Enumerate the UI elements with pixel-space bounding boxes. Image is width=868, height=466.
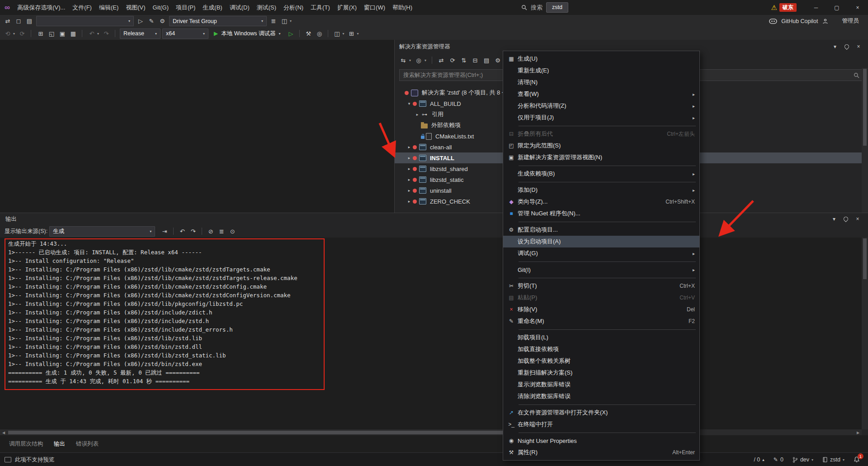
- window-position-icon[interactable]: ▾: [830, 42, 840, 52]
- expander-icon[interactable]: ▸: [406, 199, 413, 204]
- menubar-item[interactable]: 窗口(W): [360, 0, 389, 15]
- expander-icon[interactable]: ▸: [406, 188, 413, 193]
- pending-changes-filter-icon[interactable]: ◎: [414, 55, 424, 65]
- close-icon[interactable]: ×: [853, 214, 863, 224]
- context-menu-item[interactable]: 重新扫描解决方案(S): [503, 367, 699, 379]
- menubar-item[interactable]: 文件(F): [69, 0, 95, 15]
- panel-tab-call-hierarchy[interactable]: 调用层次结构: [5, 435, 47, 452]
- goto-location-icon[interactable]: ⇥: [160, 226, 170, 236]
- expander-icon[interactable]: ▸: [406, 166, 413, 171]
- quick-search[interactable]: 搜索 zstd: [521, 2, 568, 13]
- menubar-item[interactable]: 分析(N): [280, 0, 307, 15]
- navigate-back-icon[interactable]: ⟲: [3, 29, 13, 38]
- open-file-icon[interactable]: ◱: [47, 29, 57, 38]
- menubar-item[interactable]: 生成(B): [199, 0, 226, 15]
- history-icon[interactable]: ⊙: [227, 226, 237, 236]
- edit-run-settings-icon[interactable]: ✎: [146, 16, 156, 26]
- close-icon[interactable]: ×: [854, 42, 863, 52]
- context-menu-item[interactable]: 添加(D)▸: [503, 184, 699, 196]
- context-menu-item[interactable]: ▦生成(U): [503, 53, 699, 65]
- panel-tab-output[interactable]: 输出: [49, 435, 70, 452]
- account-icon[interactable]: [822, 19, 828, 24]
- menubar-item[interactable]: 编辑(E): [95, 0, 122, 15]
- context-menu-item[interactable]: 生成依赖项(B)▸: [503, 168, 699, 180]
- menubar-item[interactable]: 帮助(H): [389, 0, 416, 15]
- context-menu-item[interactable]: 加载整个依赖关系树: [503, 355, 699, 367]
- context-menu-item[interactable]: 重新生成(E): [503, 65, 699, 76]
- context-menu-item[interactable]: >_在终端中打开: [503, 418, 699, 430]
- show-all-files-icon[interactable]: ▤: [481, 55, 491, 65]
- output-source-combobox[interactable]: 生成 ▾: [49, 226, 155, 237]
- context-menu-item[interactable]: ⚙配置启动项目...: [503, 224, 699, 236]
- branch-picker[interactable]: dev ▾: [793, 456, 813, 463]
- output-vertical-scrollbar[interactable]: [862, 238, 868, 429]
- advanced-save-options-item[interactable]: 高级保存选项(V)...: [14, 0, 69, 15]
- context-menu-item[interactable]: 清理(N): [503, 76, 699, 88]
- context-menu-item[interactable]: ▣新建解决方案资源管理器视图(N): [503, 152, 699, 163]
- dropdown-chevron-icon[interactable]: ▾: [97, 32, 99, 36]
- notification-badge[interactable]: 破东: [779, 3, 797, 12]
- quick-find-icon[interactable]: ◎: [314, 29, 324, 38]
- window-position-icon[interactable]: ▾: [829, 214, 839, 224]
- minimize-button[interactable]: ─: [806, 0, 826, 15]
- dropdown-chevron-icon[interactable]: ▾: [409, 58, 411, 62]
- pin-icon[interactable]: [841, 214, 851, 224]
- menubar-item[interactable]: 项目(P): [172, 0, 199, 15]
- platform-combobox[interactable]: x64 ▾: [162, 29, 208, 39]
- pending-edits-indicator[interactable]: ✎ 0: [774, 456, 783, 463]
- toolbar-combobox[interactable]: ▾: [36, 16, 134, 26]
- warning-icon[interactable]: ⚠: [771, 4, 777, 12]
- close-button[interactable]: ×: [847, 0, 868, 15]
- context-menu-item[interactable]: 分析和代码清理(Z)▸: [503, 100, 699, 112]
- context-menu-item[interactable]: ◉Nsight User Properties: [503, 435, 699, 447]
- menubar-item[interactable]: 扩展(X): [334, 0, 360, 15]
- context-menu-item[interactable]: ■管理 NuGet 程序包(N)...: [503, 208, 699, 219]
- test-settings-icon[interactable]: ⚙: [157, 16, 167, 26]
- context-menu-item[interactable]: 清除浏览数据库错误: [503, 390, 699, 402]
- scroll-right-arrow-icon[interactable]: ▶: [854, 431, 862, 435]
- context-menu-item[interactable]: ✂剪切(T)Ctrl+X: [503, 280, 699, 292]
- copilot-label[interactable]: GitHub Copilot: [781, 18, 818, 24]
- panels-layout-icon[interactable]: ⊞: [346, 29, 356, 38]
- previous-message-icon[interactable]: ↶: [177, 226, 187, 236]
- account-name[interactable]: 管理员: [842, 17, 859, 25]
- attach-to-process-icon[interactable]: ⇄: [3, 16, 13, 26]
- context-menu-item[interactable]: Git(I)▸: [503, 264, 699, 276]
- collapse-all-icon[interactable]: ⊟: [470, 55, 480, 65]
- new-file-icon[interactable]: ⊞: [36, 29, 46, 38]
- switch-views-icon[interactable]: ⇆: [398, 55, 408, 65]
- expander-icon[interactable]: ▾: [406, 101, 413, 106]
- nest-objects-icon[interactable]: ⇅: [459, 55, 469, 65]
- task-list-icon[interactable]: ▤: [24, 16, 34, 26]
- output-log[interactable]: 生成开始于 14:43...1>------ 已启动生成: 项目: INSTAL…: [0, 238, 862, 429]
- context-menu-item[interactable]: ⚒属性(R)Alt+Enter: [503, 447, 699, 458]
- solution-explorer-toggle-icon[interactable]: ◫: [332, 29, 342, 38]
- word-wrap-icon[interactable]: ≣: [217, 226, 226, 236]
- sync-with-active-document-icon[interactable]: ⇄: [436, 55, 446, 65]
- start-debugging-button[interactable]: ▶ 本地 Windows 调试器 ▾: [210, 28, 284, 39]
- context-menu-item[interactable]: 设为启动项目(A): [503, 236, 699, 247]
- group-by-icon[interactable]: ◫: [279, 16, 289, 26]
- search-query-chip[interactable]: zstd: [546, 2, 568, 13]
- copilot-icon[interactable]: [769, 19, 777, 24]
- configuration-combobox[interactable]: Release ▾: [120, 29, 160, 39]
- context-menu-item[interactable]: 查看(W)▸: [503, 88, 699, 100]
- clear-all-icon[interactable]: ⊘: [206, 226, 216, 236]
- save-all-icon[interactable]: ▦: [68, 29, 78, 38]
- scroll-left-arrow-icon[interactable]: ◀: [0, 431, 7, 435]
- refresh-icon[interactable]: ⟳: [448, 55, 458, 65]
- expander-icon[interactable]: ▸: [414, 112, 421, 117]
- context-menu-item[interactable]: ↗在文件资源管理器中打开文件夹(X): [503, 407, 699, 418]
- properties-icon[interactable]: ⚙: [493, 55, 503, 65]
- navigate-forward-icon[interactable]: ⟳: [17, 29, 27, 38]
- panel-tab-error-list[interactable]: 错误列表: [71, 435, 103, 452]
- menubar-item[interactable]: 视图(V): [122, 0, 149, 15]
- output-horizontal-scrollbar[interactable]: ◀ ▶: [0, 429, 862, 436]
- context-menu-item[interactable]: ◰限定为此范围(S): [503, 140, 699, 152]
- context-menu-item[interactable]: 调试(G)▸: [503, 247, 699, 259]
- context-menu-item[interactable]: 仅用于项目(J)▸: [503, 112, 699, 124]
- solution-explorer-scrollbar[interactable]: [862, 68, 868, 213]
- repository-picker[interactable]: zstd ▾: [822, 456, 844, 463]
- comment-icon[interactable]: ◻: [14, 16, 24, 26]
- expander-icon[interactable]: ▸: [406, 156, 413, 160]
